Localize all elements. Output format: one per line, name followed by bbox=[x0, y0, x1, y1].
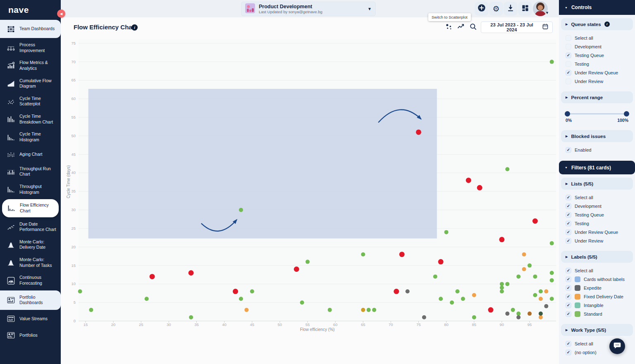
svg-text:60: 60 bbox=[333, 322, 338, 327]
sidebar-item-throughput-histogram[interactable]: Throughput Histogram bbox=[0, 181, 61, 198]
gauge-chart-icon bbox=[6, 276, 16, 285]
checkbox-row-development[interactable]: Development bbox=[559, 42, 635, 51]
svg-text:75: 75 bbox=[71, 41, 76, 45]
flow-efficiency-scatter-chart: 1520253035404550556065707580859095051015… bbox=[61, 0, 559, 364]
checkbox-checked[interactable]: ✓ bbox=[566, 203, 571, 209]
checkbox-row-testing[interactable]: Testing bbox=[559, 59, 635, 68]
sidebar-item-portfolio-dashboards[interactable]: Portfolio Dashboards bbox=[0, 290, 61, 310]
data-point bbox=[239, 208, 243, 212]
percent-range-slider[interactable]: 0%100% bbox=[559, 107, 635, 124]
section-header-labels-5-5[interactable]: ▶Labels (5/5) bbox=[561, 251, 633, 263]
checkbox-label: Testing Queue bbox=[575, 212, 604, 217]
section-label: Filters (81 cards) bbox=[571, 165, 611, 171]
slider-handle-min[interactable] bbox=[565, 111, 570, 117]
sidebar-collapse-button[interactable]: ◀ bbox=[57, 10, 65, 18]
sidebar-item-label: Cumulative Flow Diagram bbox=[19, 78, 58, 89]
checkbox-checked[interactable]: ✓ bbox=[566, 276, 571, 282]
checkbox-checked[interactable]: ✓ bbox=[566, 147, 571, 153]
chat-button[interactable] bbox=[609, 338, 625, 354]
checkbox-checked[interactable]: ✓ bbox=[566, 212, 571, 218]
data-point bbox=[550, 60, 554, 64]
controls-header[interactable]: ▼ Controls bbox=[559, 0, 635, 15]
section-header-queue-states[interactable]: ▶Queue statesi bbox=[561, 18, 633, 30]
sidebar-item-cycle-time-scatterplot[interactable]: Cycle Time Scatterplot bbox=[0, 93, 61, 110]
data-point bbox=[444, 230, 449, 234]
slider-track[interactable] bbox=[566, 113, 628, 114]
checkbox-row-select-all[interactable]: ✓Select all bbox=[559, 266, 635, 275]
checkbox-checked[interactable]: ✓ bbox=[566, 229, 571, 235]
data-point bbox=[539, 289, 543, 293]
checkbox[interactable] bbox=[566, 44, 571, 50]
section-header-blocked-issues[interactable]: ▶Blocked issues bbox=[561, 130, 633, 142]
sidebar-item-aging-chart[interactable]: Aging Chart bbox=[0, 146, 61, 163]
checkbox-row-enabled[interactable]: ✓Enabled bbox=[559, 145, 635, 154]
checkbox-row-testing-queue[interactable]: ✓Testing Queue bbox=[559, 210, 635, 219]
section-header-lists-5-5[interactable]: ▶Lists (5/5) bbox=[561, 178, 633, 190]
info-icon[interactable]: i bbox=[604, 21, 610, 27]
sidebar-item-monte-carlo-delivery-date[interactable]: Monte Carlo: Delivery Date bbox=[0, 236, 61, 254]
checkbox-row-cards-without-labels[interactable]: ✓Cards without labels bbox=[559, 275, 635, 283]
svg-text:0: 0 bbox=[74, 319, 76, 323]
checkbox-row-testing-queue[interactable]: ✓Testing Queue bbox=[559, 51, 635, 59]
sidebar-item-due-date-performance-chart[interactable]: Due Date Performance Chart bbox=[0, 218, 61, 236]
sidebar-item-process-improvement[interactable]: Process Improvement bbox=[0, 39, 61, 57]
checkbox-row-testing[interactable]: ✓Testing bbox=[559, 219, 635, 228]
sidebar-item-team-dashboards[interactable]: Team Dashboards bbox=[0, 20, 61, 38]
checkbox[interactable] bbox=[566, 61, 571, 67]
checkbox-checked[interactable]: ✓ bbox=[566, 350, 571, 355]
checkbox-row-select-all[interactable]: ✓Select all bbox=[559, 193, 635, 202]
data-point bbox=[533, 293, 537, 297]
area-chart-icon bbox=[6, 79, 16, 88]
sidebar-item-flow-efficiency-chart[interactable]: Flow Efficiency Chart bbox=[2, 199, 59, 217]
checkbox-row-under-review-queue[interactable]: ✓Under Review Queue bbox=[559, 68, 635, 77]
section-header-percent-range[interactable]: ▶Percent range bbox=[561, 91, 633, 103]
checkbox-checked[interactable]: ✓ bbox=[566, 294, 571, 300]
label-color-swatch bbox=[575, 311, 580, 317]
checkbox-row-fixed-delivery-date[interactable]: ✓Fixed Delivery Date bbox=[559, 292, 635, 301]
histogram-chart-icon bbox=[6, 132, 16, 142]
data-point bbox=[361, 308, 365, 312]
checkbox[interactable] bbox=[566, 79, 571, 84]
sidebar-item-throughput-run-chart[interactable]: Throughput Run Chart bbox=[0, 163, 61, 181]
chevron-right-icon: ▶ bbox=[566, 23, 568, 26]
sidebar-item-monte-carlo-number-of-tasks[interactable]: Monte Carlo: Number of Tasks bbox=[0, 254, 61, 271]
checkbox-checked[interactable]: ✓ bbox=[566, 268, 571, 274]
sidebar-item-cumulative-flow-diagram[interactable]: Cumulative Flow Diagram bbox=[0, 75, 61, 93]
checkbox-checked[interactable]: ✓ bbox=[566, 302, 571, 308]
sidebar-item-flow-metrics-analytics[interactable]: Flow Metrics & Analytics bbox=[0, 57, 61, 74]
sidebar-item-cycle-time-histogram[interactable]: Cycle Time Histogram bbox=[0, 128, 61, 146]
checkbox-checked[interactable]: ✓ bbox=[566, 221, 571, 226]
checkbox-row-standard[interactable]: ✓Standard bbox=[559, 309, 635, 318]
checkbox-checked[interactable]: ✓ bbox=[566, 70, 571, 76]
sidebar-item-value-streams[interactable]: Value Streams bbox=[0, 311, 61, 327]
checkbox-row-under-review[interactable]: ✓Under Review bbox=[559, 236, 635, 245]
section-label: Lists (5/5) bbox=[571, 181, 593, 186]
slider-handle-max[interactable] bbox=[624, 111, 629, 117]
section-filters-81-cards[interactable]: ▼Filters (81 cards) bbox=[559, 161, 635, 174]
sidebar-item-continuous-forecasting[interactable]: Continuous Forecasting bbox=[0, 271, 61, 289]
checkbox-checked[interactable]: ✓ bbox=[566, 285, 571, 291]
checkbox-row-development[interactable]: ✓Development bbox=[559, 202, 635, 210]
svg-text:40: 40 bbox=[71, 170, 76, 175]
checkbox-row-intangible[interactable]: ✓Intangible bbox=[559, 301, 635, 309]
checkbox-checked[interactable]: ✓ bbox=[566, 311, 571, 317]
checkbox-label: Under Review bbox=[575, 79, 603, 84]
section-header-work-type-5-5[interactable]: ▶Work Type (5/5) bbox=[561, 324, 633, 336]
sidebar-item-label: Flow Metrics & Analytics bbox=[19, 60, 58, 71]
checkbox-row-select-all[interactable]: Select all bbox=[559, 33, 635, 42]
checkbox-row-under-review[interactable]: Under Review bbox=[559, 77, 635, 86]
data-point bbox=[528, 312, 532, 316]
svg-text:70: 70 bbox=[389, 322, 393, 327]
checkbox[interactable] bbox=[566, 35, 571, 41]
checkbox-checked[interactable]: ✓ bbox=[566, 238, 571, 244]
checkbox-label: Development bbox=[575, 44, 602, 49]
checkbox-checked[interactable]: ✓ bbox=[566, 195, 571, 200]
data-point bbox=[550, 241, 554, 245]
checkbox-row-expedite[interactable]: ✓Expedite bbox=[559, 283, 635, 292]
sidebar-item-cycle-time-breakdown-chart[interactable]: Cycle Time Breakdown Chart bbox=[0, 110, 61, 128]
svg-text:30: 30 bbox=[71, 207, 76, 212]
checkbox-checked[interactable]: ✓ bbox=[566, 52, 571, 58]
checkbox-row-under-review-queue[interactable]: ✓Under Review Queue bbox=[559, 228, 635, 236]
checkbox-checked[interactable]: ✓ bbox=[566, 341, 571, 347]
sidebar-item-portfolios[interactable]: Portfolios bbox=[0, 327, 61, 344]
